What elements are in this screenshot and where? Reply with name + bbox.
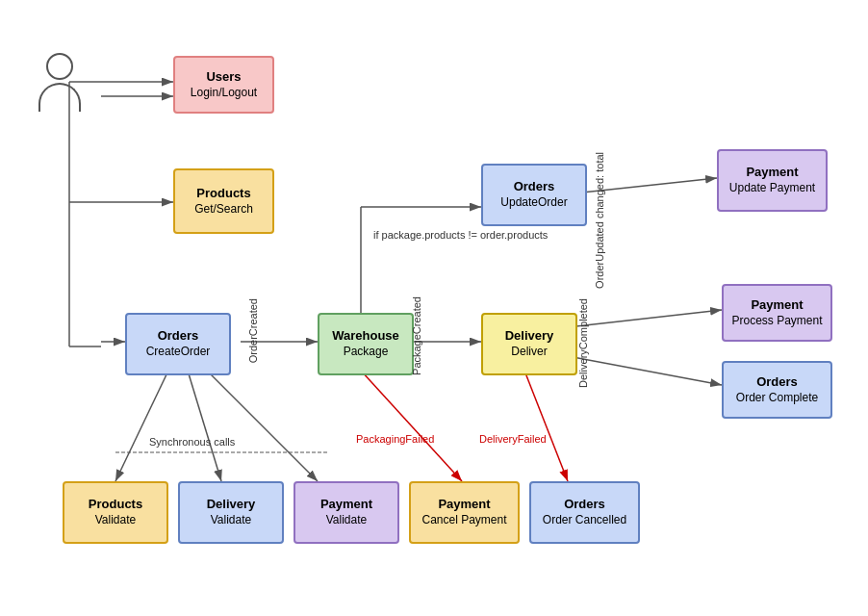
node-payment-process-subtitle: Process Payment (731, 314, 822, 329)
node-payment-validate: Payment Validate (294, 481, 399, 544)
node-products-top-title: Products (196, 186, 250, 202)
node-products-validate-subtitle: Validate (95, 513, 136, 528)
label-delivery-failed: DeliveryFailed (479, 433, 547, 446)
node-payment-update: Payment Update Payment (717, 149, 828, 212)
node-warehouse-title: Warehouse (332, 328, 399, 345)
label-if-package: if package.products != order.products (373, 229, 548, 242)
label-delivery-completed: DeliveryCompleted (577, 298, 590, 388)
node-warehouse-subtitle: Package (344, 345, 389, 360)
node-orders-cancelled-subtitle: Order Cancelled (543, 513, 626, 528)
node-orders-complete-title: Orders (756, 374, 798, 391)
node-products-validate: Products Validate (63, 481, 168, 544)
node-payment-cancel: Payment Cancel Payment (409, 481, 520, 544)
node-payment-update-subtitle: Update Payment (729, 181, 815, 196)
node-orders-complete-subtitle: Order Complete (736, 391, 818, 406)
node-payment-process-title: Payment (751, 297, 803, 314)
node-payment-process: Payment Process Payment (722, 284, 832, 342)
node-orders-cancelled-title: Orders (564, 497, 605, 513)
node-delivery-subtitle: Deliver (511, 345, 547, 360)
svg-line-12 (568, 310, 722, 327)
svg-line-21 (361, 371, 462, 481)
node-warehouse: Warehouse Package (318, 313, 414, 375)
label-order-created: OrderCreated (247, 298, 260, 363)
svg-line-19 (207, 371, 318, 481)
svg-line-18 (188, 371, 221, 481)
node-products-top-subtitle: Get/Search (194, 202, 253, 218)
person-head (46, 53, 73, 80)
node-orders-update: Orders UpdateOrder (481, 164, 587, 226)
node-payment-cancel-subtitle: Cancel Payment (421, 513, 506, 528)
node-delivery-title: Delivery (505, 328, 554, 345)
node-orders-complete: Orders Order Complete (722, 361, 832, 419)
node-payment-cancel-title: Payment (438, 497, 490, 513)
node-users-title: Users (206, 69, 241, 86)
node-orders-update-title: Orders (514, 179, 555, 195)
node-payment-update-title: Payment (746, 165, 798, 181)
node-payment-validate-subtitle: Validate (326, 513, 367, 528)
label-package-created: PackageCreated (411, 296, 423, 375)
node-delivery-validate-title: Delivery (207, 497, 256, 513)
label-packaging-failed: PackagingFailed (356, 433, 434, 446)
svg-line-22 (524, 371, 568, 481)
svg-line-17 (115, 371, 168, 481)
node-orders-create-subtitle: CreateOrder (146, 345, 211, 360)
node-users-subtitle: Login/Logout (191, 86, 257, 101)
person-body (38, 83, 81, 112)
node-products-validate-title: Products (89, 497, 142, 513)
node-orders-cancelled: Orders Order Cancelled (529, 481, 640, 544)
svg-line-13 (568, 356, 722, 385)
label-synchronous-calls: Synchronous calls (149, 436, 235, 449)
node-delivery: Delivery Deliver (481, 313, 577, 375)
node-users: Users Login/Logout (173, 56, 274, 114)
node-orders-create: Orders CreateOrder (125, 313, 231, 375)
label-order-updated: OrderUpdated changed: total (594, 152, 606, 289)
node-delivery-validate-subtitle: Validate (211, 513, 251, 528)
diagram-container: Users Login/Logout Products Get/Search O… (0, 0, 868, 616)
node-orders-update-subtitle: UpdateOrder (500, 195, 567, 211)
person-icon (38, 53, 81, 112)
node-delivery-validate: Delivery Validate (178, 481, 284, 544)
node-products-top: Products Get/Search (173, 168, 274, 234)
node-payment-validate-title: Payment (320, 497, 372, 513)
node-orders-create-title: Orders (158, 328, 199, 345)
